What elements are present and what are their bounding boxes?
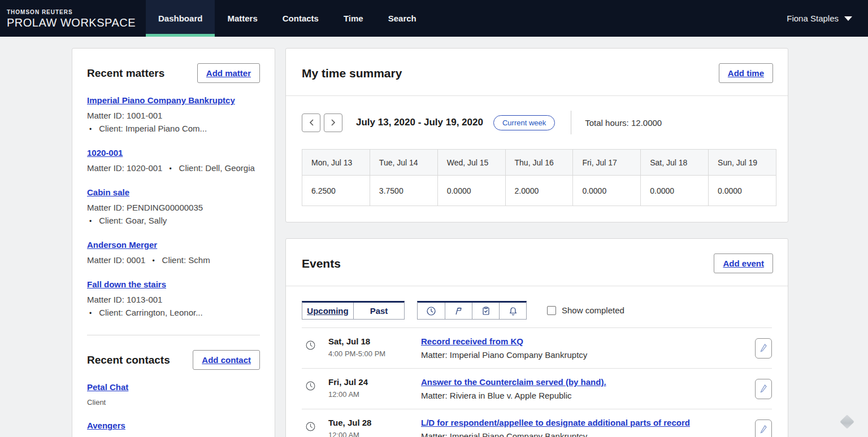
nav-item-time[interactable]: Time (331, 0, 376, 37)
contact-list-item: Petal Chat Client (87, 382, 260, 409)
matter-id: Matter ID: PENDING00000035 (87, 201, 260, 214)
contact-link[interactable]: Petal Chat (87, 382, 128, 392)
matter-id: Matter ID: 0001 (87, 254, 145, 266)
day-header: Fri, Jul 17 (573, 150, 641, 176)
next-week-button[interactable] (324, 113, 342, 132)
day-header: Tue, Jul 14 (370, 150, 437, 176)
brand-prolaw-workspace: PROLAW WORKSPACE (7, 16, 136, 29)
recent-matters-title: Recent matters (87, 67, 164, 80)
matter-list-item: Fall down the stairs Matter ID: 1013-001… (87, 279, 260, 320)
edit-event-button[interactable] (755, 338, 772, 359)
matter-client: Client: Dell, Georgia (179, 161, 255, 174)
event-matter: Matter: Imperial Piano Company Bankruptc… (421, 350, 746, 360)
prolaw-workspace-logo[interactable]: THOMSON REUTERS PROLAW WORKSPACE (0, 0, 146, 37)
nav-item-matters[interactable]: Matters (215, 0, 270, 37)
contact-link[interactable]: Avengers (87, 421, 125, 430)
matter-link[interactable]: 1020-001 (87, 148, 123, 158)
events-tab-group: Upcoming Past (302, 301, 405, 320)
event-matter: Matter: Riviera in Blue v. Apple Republi… (421, 391, 746, 400)
contact-type: Client (87, 396, 260, 409)
day-hours: 2.0000 (505, 176, 573, 206)
matter-id: Matter ID: 1020-001 (87, 161, 162, 174)
previous-week-button[interactable] (302, 113, 320, 132)
nav-item-dashboard[interactable]: Dashboard (146, 0, 215, 37)
weekly-hours-table: Mon, Jul 13 Tue, Jul 14 Wed, Jul 15 Thu,… (302, 149, 776, 206)
matter-client: Client: Carrington, Leonor... (99, 306, 202, 319)
matter-list-item: Cabin sale Matter ID: PENDING00000035 • … (87, 187, 260, 228)
add-matter-button[interactable]: Add matter (197, 63, 260, 83)
contact-type: Client (89, 434, 111, 437)
flag-filter-button[interactable] (445, 303, 472, 319)
show-completed-checkbox[interactable] (547, 306, 556, 315)
add-event-button[interactable]: Add event (714, 254, 773, 273)
recent-contacts-title: Recent contacts (87, 354, 170, 366)
edit-event-button[interactable] (755, 419, 772, 437)
day-header: Mon, Jul 13 (302, 150, 370, 176)
contact-phone-link[interactable]: (888) 877-6529 (164, 435, 219, 437)
matter-list-item: Imperial Piano Company Bankruptcy Matter… (87, 95, 260, 136)
sidebar-panel: Recent matters Add matter Imperial Piano… (72, 48, 275, 437)
event-type-filter-group (417, 301, 527, 320)
event-title-link[interactable]: L/D for respondent/appellee to designate… (421, 418, 690, 427)
flag-icon (454, 306, 464, 316)
event-date: Fri, Jul 24 (328, 377, 407, 387)
current-week-button[interactable]: Current week (493, 115, 555, 130)
event-date: Tue, Jul 28 (328, 418, 407, 427)
events-title: Events (302, 257, 341, 270)
matter-client: Client: Schm (162, 254, 210, 266)
show-completed-label: Show completed (562, 305, 624, 315)
day-hours: 0.0000 (709, 176, 776, 206)
pencil-icon (760, 384, 767, 394)
events-card: Events Add event Upcoming Past (285, 238, 788, 437)
tab-past[interactable]: Past (353, 303, 404, 319)
time-summary-title: My time summary (302, 67, 402, 80)
event-row: Fri, Jul 24 12:00 AM Answer to the Count… (302, 368, 772, 409)
contact-primary-label: Primary: (129, 434, 160, 437)
event-time: 12:00 AM (328, 431, 407, 437)
matter-id: Matter ID: 1013-001 (87, 293, 260, 306)
pencil-icon (760, 343, 767, 353)
event-time: 12:00 AM (328, 390, 407, 399)
task-filter-button[interactable] (472, 303, 499, 319)
event-matter: Matter: Imperial Piano Company Bankruptc… (421, 431, 746, 437)
chevron-down-icon (844, 16, 852, 21)
clock-icon (426, 306, 436, 316)
top-navigation-bar: THOMSON REUTERS PROLAW WORKSPACE Dashboa… (0, 0, 868, 37)
sidebar-divider (87, 335, 260, 335)
events-list: Sat, Jul 18 4:00 PM-5:00 PM Record recei… (286, 327, 788, 437)
matter-id: Matter ID: 1001-001 (87, 109, 260, 122)
hours-row: 6.2500 3.7500 0.0000 2.0000 0.0000 0.000… (302, 176, 776, 206)
event-date: Sat, Jul 18 (328, 337, 407, 346)
day-hours: 3.7500 (370, 176, 437, 206)
add-time-button[interactable]: Add time (719, 63, 773, 83)
clock-filter-button[interactable] (418, 303, 445, 319)
matter-link[interactable]: Anderson Merger (87, 240, 157, 250)
event-row: Sat, Jul 18 4:00 PM-5:00 PM Record recei… (302, 327, 772, 368)
bullet-separator: • (89, 215, 92, 228)
matter-link[interactable]: Imperial Piano Company Bankruptcy (87, 95, 235, 105)
add-contact-button[interactable]: Add contact (193, 350, 260, 370)
bullet-separator: • (152, 255, 154, 268)
matter-list-item: Anderson Merger Matter ID: 0001 • Client… (87, 240, 260, 268)
main-nav: Dashboard Matters Contacts Time Search (146, 0, 429, 37)
day-hours: 0.0000 (641, 176, 709, 206)
day-header: Thu, Jul 16 (505, 150, 573, 176)
main-column: My time summary Add time July 13, 2020 -… (285, 48, 788, 437)
nav-item-search[interactable]: Search (376, 0, 429, 37)
tab-upcoming[interactable]: Upcoming (302, 303, 353, 319)
matter-list-item: 1020-001 Matter ID: 1020-001 • Client: D… (87, 148, 260, 176)
total-hours-label: Total hours: 12.0000 (585, 118, 662, 128)
matter-link[interactable]: Fall down the stairs (87, 279, 166, 289)
edit-event-button[interactable] (755, 379, 772, 399)
matter-link[interactable]: Cabin sale (87, 187, 129, 197)
matter-client: Client: Goar, Sally (99, 214, 167, 227)
bell-filter-button[interactable] (499, 303, 526, 319)
show-completed-toggle[interactable]: Show completed (547, 305, 624, 315)
day-hours: 0.0000 (437, 176, 505, 206)
nav-item-contacts[interactable]: Contacts (270, 0, 331, 37)
event-title-link[interactable]: Answer to the Counterclaim served (by ha… (421, 377, 606, 387)
user-menu[interactable]: Fiona Staples (787, 0, 868, 37)
day-header: Wed, Jul 15 (437, 150, 505, 176)
event-title-link[interactable]: Record received from KQ (421, 337, 523, 346)
day-hours: 6.2500 (302, 176, 370, 206)
